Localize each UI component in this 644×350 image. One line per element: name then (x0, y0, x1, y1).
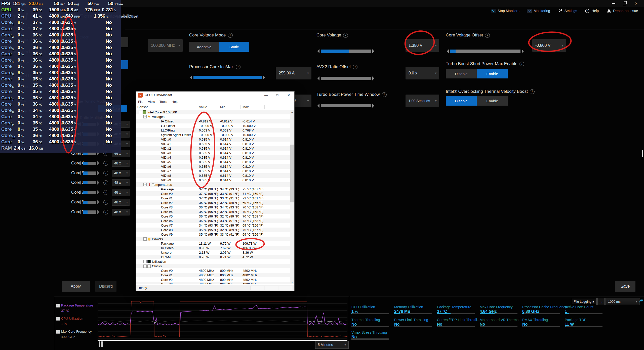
sensor-row-package[interactable]: Package11.11 W9.72 W109.73 W (136, 241, 290, 246)
column-header-value[interactable]: Value (199, 105, 207, 109)
toggle-option-adaptive[interactable]: Adaptive (189, 42, 219, 52)
decrease-arrow-icon[interactable] (79, 190, 81, 194)
wrench-icon[interactable] (638, 299, 643, 303)
increase-arrow-icon[interactable] (97, 171, 99, 175)
sensor-row-voltages[interactable]: -ϟVoltages (136, 114, 290, 119)
discard-button[interactable]: Discard (95, 281, 116, 292)
otvb-toggle[interactable]: DisableEnable (446, 96, 508, 106)
decrease-arrow-icon[interactable] (79, 200, 81, 204)
legend-checkbox[interactable]: ✓ (56, 304, 60, 308)
sensor-row-core-7[interactable]: Core #734 °C (93 °F)32 °C (89 °F)69 °C (… (136, 223, 290, 228)
sensor-row-core-3[interactable]: Core #34800 MHz800 MHz4802 MHz (136, 282, 290, 284)
core-voltage-mode-toggle[interactable]: AdaptiveStatic (189, 42, 249, 52)
tb-short-power-toggle[interactable]: DisableEnable (446, 69, 508, 78)
toolbar-monitoring[interactable]: Monitoring (527, 9, 550, 13)
tree-expander-icon[interactable]: - (143, 183, 147, 186)
more-options-button[interactable]: ... (597, 298, 605, 305)
sensor-row-temperatures[interactable]: -Temperatures (136, 182, 290, 187)
sensor-row-uncore[interactable]: Uncore2.13 W2.06 W3.36 W (136, 250, 290, 255)
scrollbar-thumb[interactable] (642, 150, 643, 157)
toggle-option-static[interactable]: Static (219, 42, 249, 52)
hwm-menu-view[interactable]: View (146, 100, 157, 104)
info-icon[interactable]: i (519, 62, 524, 66)
info-icon[interactable]: i (228, 33, 233, 38)
scroll-up-icon[interactable]: ▲ (290, 110, 294, 114)
sensor-row-vid-8[interactable]: VID #80.635 V0.614 V0.810 V (136, 173, 290, 178)
save-button[interactable]: Save (615, 281, 635, 292)
ratio-select[interactable]: 48 x▼ (112, 209, 130, 215)
hwmonitor-titlebar[interactable]: ϟ CPUID HWMonitor — □ ✕ (136, 92, 294, 99)
ratio-slider[interactable] (83, 181, 96, 184)
hwm-menu-tools[interactable]: Tools (157, 100, 169, 104)
sensor-row-vid-3[interactable]: VID #30.635 V0.614 V0.810 V (136, 151, 290, 155)
increase-arrow-icon[interactable] (97, 190, 99, 194)
core-voltage-offset-select[interactable]: -0.800 V▼ (532, 39, 566, 52)
info-icon[interactable]: i (103, 161, 108, 166)
tb-time-window-slider[interactable] (317, 104, 374, 108)
decrease-arrow-icon[interactable] (79, 171, 81, 175)
sensor-row-ia-cores[interactable]: IA Cores8.98 W7.62 W106.88 W (136, 246, 290, 250)
info-icon[interactable]: i (236, 65, 240, 69)
sensor-row-utilization[interactable]: +Utilization (136, 259, 290, 264)
sensor-row-vid-0[interactable]: VID #00.635 V0.614 V0.810 V (136, 137, 290, 142)
info-icon[interactable]: i (103, 210, 108, 214)
column-header-min[interactable]: Min (220, 105, 225, 109)
info-icon[interactable]: i (343, 33, 348, 38)
sensor-row-core-9[interactable]: Core #935 °C (95 °F)33 °C (91 °F)69 °C (… (136, 232, 290, 237)
file-logging-button[interactable]: File Logging▶ (572, 298, 596, 305)
sensor-row-core-0[interactable]: Core #037 °C (98 °F)33 °C (91 °F)71 °C (… (136, 191, 290, 196)
sensor-row-core-1[interactable]: Core #14800 MHz800 MHz4802 MHz (136, 273, 290, 277)
ratio-slider[interactable] (83, 210, 96, 214)
sensor-row-core-4[interactable]: Core #435 °C (95 °F)32 °C (89 °F)70 °C (… (136, 209, 290, 214)
core-voltage-select[interactable]: 1.350 V▼ (406, 39, 439, 52)
info-icon[interactable]: i (103, 180, 108, 185)
toolbar-stop-monitors[interactable]: Stop Monitors (491, 9, 519, 13)
ratio-select[interactable]: 48 x▼ (112, 170, 130, 177)
avx2-offset-slider[interactable] (317, 76, 374, 80)
sensor-row-core-3[interactable]: Core #336 °C (96 °F)34 °C (93 °F)70 °C (… (136, 205, 290, 209)
sensor-row-core-2[interactable]: Core #24800 MHz800 MHz4802 MHz (136, 277, 290, 282)
sensor-row-core-6[interactable]: Core #636 °C (96 °F)33 °C (91 °F)73 °C (… (136, 218, 290, 223)
tree-expander-icon[interactable]: - (143, 265, 147, 268)
sensor-row-dram[interactable]: DRAM0.76 W0.71 W4.72 W (136, 255, 290, 259)
hwmonitor-scrollbar[interactable]: ▲ ▼ (290, 110, 294, 284)
scroll-down-icon[interactable]: ▼ (290, 280, 294, 284)
hwm-menu-help[interactable]: Help (169, 100, 181, 104)
icc-max-select[interactable]: 255.00 A▼ (276, 67, 311, 79)
tree-expander-icon[interactable]: - (139, 111, 142, 114)
tb-time-window-select[interactable]: 1.00 Seconds▼ (406, 95, 439, 107)
ratio-slider[interactable] (83, 162, 96, 165)
sensor-row-core-8[interactable]: Core #835 °C (95 °F)32 °C (89 °F)75 °C (… (136, 228, 290, 232)
hwm-maximize-button[interactable]: □ (272, 92, 283, 99)
ratio-select[interactable]: 48 x▼ (112, 189, 130, 196)
icc-max-slider[interactable] (190, 75, 265, 79)
apply-button[interactable]: Apply (62, 281, 90, 292)
column-header-sensor[interactable]: Sensor (137, 105, 148, 109)
scrollbar-thumb[interactable] (290, 145, 294, 202)
toggle-option-enable[interactable]: Enable (477, 96, 508, 106)
decrease-arrow-icon[interactable] (79, 181, 81, 185)
increase-arrow-icon[interactable] (97, 200, 99, 204)
sensor-row-vid-6[interactable]: VID #60.635 V0.614 V0.810 V (136, 164, 290, 169)
info-icon[interactable]: i (530, 89, 535, 94)
info-icon[interactable]: i (485, 33, 490, 38)
close-button[interactable]: ✕ (632, 1, 640, 7)
hwm-menu-file[interactable]: File (136, 100, 146, 104)
hwmonitor-column-header[interactable]: SensorValueMinMax (136, 105, 294, 110)
info-icon[interactable]: i (103, 200, 108, 205)
column-header-max[interactable]: Max (243, 105, 249, 109)
sensor-row-package[interactable]: Package37 °C (98 °F)34 °C (93 °F)75 °C (… (136, 187, 290, 191)
sensor-row-powers[interactable]: -Powers (136, 237, 290, 241)
hwm-close-button[interactable]: ✕ (283, 92, 294, 99)
info-icon[interactable]: i (103, 190, 108, 195)
toggle-option-disable[interactable]: Disable (446, 69, 477, 78)
sensor-row-clocks[interactable]: -Clocks (136, 264, 290, 268)
core-voltage-offset-slider[interactable] (447, 49, 524, 53)
restore-button[interactable] (620, 1, 629, 7)
core-voltage-slider[interactable] (317, 49, 374, 53)
ratio-select[interactable]: 48 x▼ (112, 199, 130, 206)
sensor-row-vid-5[interactable]: VID #50.635 V0.614 V0.810 V (136, 160, 290, 164)
hwm-minimize-button[interactable]: — (260, 92, 272, 99)
reference-clock-select[interactable]: 100.000 MHz▼ (148, 39, 183, 52)
tree-expander-icon[interactable]: - (143, 115, 147, 118)
